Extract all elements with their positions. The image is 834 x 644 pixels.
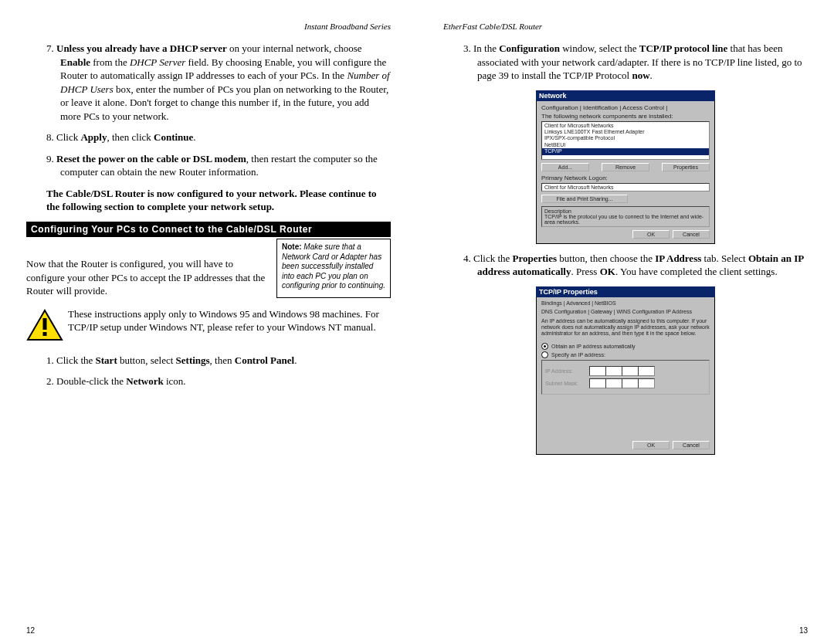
primary-logon-label: Primary Network Logon: xyxy=(541,175,710,181)
list-item: Linksys LNE100TX Fast Ethernet Adapter xyxy=(542,129,709,135)
properties-button: Properties xyxy=(662,163,710,171)
list-item: IPX/SPX-compatible Protocol xyxy=(542,135,709,141)
dialog-body: Configuration | Identification | Access … xyxy=(536,101,715,244)
list-item: Client for Microsoft Networks xyxy=(542,123,709,129)
step-7: 7. Unless you already have a DHCP server… xyxy=(26,42,391,123)
radio-specify: Specify an IP address: xyxy=(541,351,710,358)
section-title-bar: Configuring Your PCs to Connect to the C… xyxy=(26,222,391,237)
ok-button: OK xyxy=(632,230,670,239)
list-label: The following network components are ins… xyxy=(541,113,710,120)
page-number-left: 12 xyxy=(26,626,35,635)
warning-row: These instructions apply only to Windows… xyxy=(26,307,391,344)
warning-icon xyxy=(26,307,63,344)
component-listbox: Client for Microsoft Networks Linksys LN… xyxy=(541,121,710,160)
ok-cancel-row: OK Cancel xyxy=(541,230,710,239)
tcpip-dialog-screenshot: TCP/IP Properties Bindings | Advanced | … xyxy=(536,286,715,456)
list-step-4: 4. Click the Properties button, then cho… xyxy=(443,252,808,279)
dialog-tabs: Configuration | Identification | Access … xyxy=(541,104,710,111)
step-9: 9. Reset the power on the cable or DSL m… xyxy=(26,152,391,179)
list-item-selected: TCP/IP xyxy=(542,148,709,154)
list-step-2: 2. Double-click the Network icon. xyxy=(26,375,391,388)
dialog-title: Network xyxy=(536,90,715,101)
list-step-1: 1. Click the Start button, select Settin… xyxy=(26,354,391,368)
dialog-title: TCP/IP Properties xyxy=(536,286,715,297)
left-header: Instant Broadband Series xyxy=(26,22,391,31)
closing-statement: The Cable/DSL Router is now configured t… xyxy=(26,187,391,214)
cancel-button: Cancel xyxy=(673,441,710,449)
cancel-button: Cancel xyxy=(673,230,710,239)
list-item: NetBEUI xyxy=(542,142,709,148)
file-share-button: File and Print Sharing... xyxy=(541,195,628,203)
page-number-right: 13 xyxy=(799,626,808,635)
list-step-3: 3. In the Configuration window, select t… xyxy=(443,42,808,83)
intro-paragraph: Now that the Router is configured, you w… xyxy=(26,239,276,298)
description-group: Description TCP/IP is the protocol you u… xyxy=(541,206,710,227)
note-row: Now that the Router is configured, you w… xyxy=(26,239,391,298)
note-box: Note: Make sure that a Network Card or A… xyxy=(276,239,391,298)
svg-rect-1 xyxy=(43,318,47,330)
right-header: EtherFast Cable/DSL Router xyxy=(443,22,808,31)
page-left: Instant Broadband Series 7. Unless you a… xyxy=(0,0,417,644)
dialog-tabs-row2: DNS Configuration | Gateway | WINS Confi… xyxy=(541,309,710,315)
dialog-tabs-row1: Bindings | Advanced | NetBIOS xyxy=(541,300,710,307)
document-spread: Instant Broadband Series 7. Unless you a… xyxy=(0,0,834,644)
step-8: 8. Click Apply, then click Continue. xyxy=(26,130,391,144)
mask-field xyxy=(590,378,655,388)
radio-obtain-auto: Obtain an IP address automatically xyxy=(541,343,710,350)
warning-text: These instructions apply only to Windows… xyxy=(63,307,391,334)
primary-logon-value: Client for Microsoft Networks xyxy=(541,183,710,192)
dialog-body: Bindings | Advanced | NetBIOS DNS Config… xyxy=(536,297,715,456)
page-right: EtherFast Cable/DSL Router 3. In the Con… xyxy=(417,0,834,644)
ip-fields-group: IP Address: Subnet Mask: xyxy=(541,360,710,395)
ip-field xyxy=(590,366,655,376)
button-row: Add... Remove Properties xyxy=(541,163,710,171)
svg-rect-2 xyxy=(43,332,47,336)
ok-cancel-row: OK Cancel xyxy=(541,441,710,449)
ok-button: OK xyxy=(632,441,670,449)
add-button: Add... xyxy=(541,163,589,171)
dialog-description: An IP address can be automatically assig… xyxy=(541,318,710,337)
remove-button: Remove xyxy=(602,163,649,171)
network-dialog-screenshot: Network Configuration | Identification |… xyxy=(536,90,715,244)
